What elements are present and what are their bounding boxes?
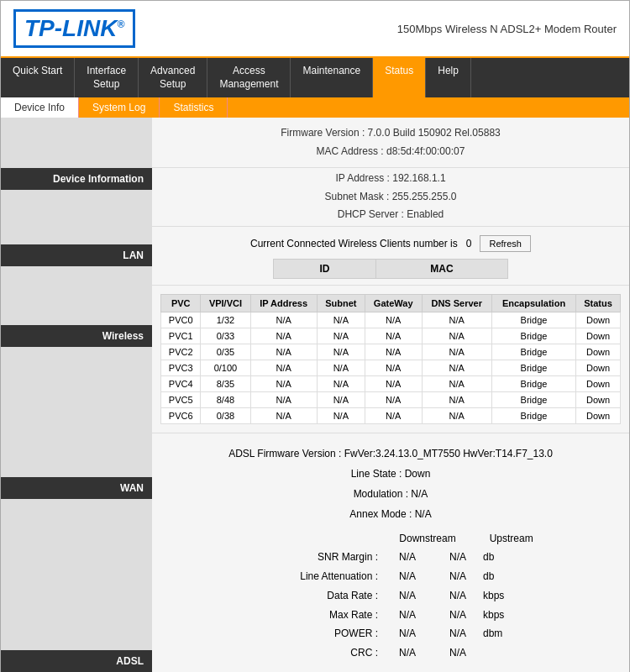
- lan-ip-row: IP Address : 192.168.1.1: [169, 170, 612, 188]
- main-nav: Quick Start InterfaceSetup AdvancedSetup…: [1, 58, 629, 97]
- adsl-annex-row: Annex Mode : N/A: [169, 504, 612, 524]
- sidebar-wireless-label: Wireless: [1, 325, 152, 347]
- wan-cell: Down: [576, 376, 621, 392]
- wan-cell: N/A: [250, 360, 317, 376]
- wan-cell: Bridge: [491, 360, 575, 376]
- sidebar-lan-label: LAN: [1, 244, 152, 266]
- wan-cell: PVC3: [161, 360, 201, 376]
- sidebar-device-info-label: Device Information: [1, 168, 152, 190]
- logo-text: TP-LINK: [24, 15, 117, 41]
- wan-col-dns: DNS Server: [422, 295, 491, 312]
- lan-ip-value: 192.168.1.1: [392, 172, 445, 184]
- wan-cell: Bridge: [491, 344, 575, 360]
- mac-label: MAC Address :: [317, 145, 384, 157]
- header: TP-LINK® 150Mbps Wireless N ADSL2+ Modem…: [1, 1, 629, 58]
- wan-cell: N/A: [422, 328, 491, 344]
- adsl-line-value: Down: [405, 468, 431, 480]
- wan-cell: N/A: [250, 344, 317, 360]
- wan-cell: Down: [576, 360, 621, 376]
- refresh-button[interactable]: Refresh: [480, 235, 531, 252]
- wan-table-row: PVC20/35N/AN/AN/AN/ABridgeDown: [161, 344, 621, 360]
- sidebar-wan-label: WAN: [1, 477, 152, 499]
- mac-row: MAC Address : d8:5d:4f:00:00:07: [169, 143, 612, 161]
- content-area: Device Information LAN Wireless WAN ADSL…: [1, 118, 629, 672]
- wan-cell: 8/35: [201, 376, 250, 392]
- stat-downstream: N/A: [382, 586, 433, 606]
- wan-cell: N/A: [365, 376, 422, 392]
- wan-col-status: Status: [576, 295, 621, 312]
- wan-cell: N/A: [422, 360, 491, 376]
- wan-cell: N/A: [422, 344, 491, 360]
- nav-item-help[interactable]: Help: [426, 58, 471, 97]
- stat-upstream: N/A: [433, 643, 483, 663]
- adsl-mod-value: N/A: [411, 488, 428, 500]
- model-name: 150Mbps Wireless N ADSL2+ Modem Router: [397, 23, 617, 35]
- lan-dhcp-label: DHCP Server :: [338, 208, 404, 220]
- wireless-col-id: ID: [274, 260, 376, 279]
- stat-downstream: N/A: [382, 567, 433, 586]
- wireless-clients-text: Current Connected Wireless Clients numbe…: [250, 238, 458, 249]
- stat-label: SNR Margin :: [265, 548, 382, 567]
- wan-table: PVC VPI/VCI IP Address Subnet GateWay DN…: [160, 294, 621, 424]
- wan-cell: N/A: [317, 408, 365, 424]
- trademark: ®: [117, 18, 124, 30]
- nav-item-advanced-setup[interactable]: AdvancedSetup: [139, 58, 207, 97]
- nav-item-quick-start[interactable]: Quick Start: [1, 58, 75, 97]
- wan-cell: N/A: [365, 408, 422, 424]
- wireless-col-mac: MAC: [375, 260, 507, 279]
- subnav-system-log[interactable]: System Log: [79, 97, 160, 118]
- wan-cell: Down: [576, 328, 621, 344]
- wan-cell: 0/35: [201, 344, 250, 360]
- wan-cell: PVC5: [161, 392, 201, 408]
- stat-unit: dbm: [483, 624, 517, 643]
- stat-upstream: N/A: [433, 606, 483, 625]
- wan-cell: N/A: [422, 392, 491, 408]
- sidebar: Device Information LAN Wireless WAN ADSL: [1, 118, 152, 672]
- subnav-statistics[interactable]: Statistics: [160, 97, 228, 118]
- adsl-mod-label: Modulation :: [354, 488, 408, 500]
- stat-label: POWER :: [265, 624, 382, 643]
- adsl-stat-row: Data Rate : N/A N/A kbps: [169, 586, 612, 606]
- adsl-section: ADSL Firmware Version : FwVer:3.24.13.0_…: [152, 433, 629, 672]
- subnav-device-info[interactable]: Device Info: [1, 97, 79, 118]
- wan-cell: Bridge: [491, 328, 575, 344]
- wan-cell: Bridge: [491, 408, 575, 424]
- adsl-firmware-label: ADSL Firmware Version :: [228, 448, 341, 459]
- device-info-section: Firmware Version : 7.0.0 Build 150902 Re…: [152, 118, 629, 168]
- adsl-stats-header: Downstream Upstream: [253, 533, 612, 544]
- wan-cell: N/A: [250, 328, 317, 344]
- wan-cell: Down: [576, 392, 621, 408]
- wan-cell: 0/33: [201, 328, 250, 344]
- wan-cell: N/A: [365, 328, 422, 344]
- downstream-header: Downstream: [399, 533, 455, 544]
- wan-cell: 1/32: [201, 312, 250, 328]
- wan-section: PVC VPI/VCI IP Address Subnet GateWay DN…: [152, 286, 629, 433]
- stat-unit: db: [483, 548, 517, 567]
- lan-subnet-row: Subnet Mask : 255.255.255.0: [169, 188, 612, 207]
- wan-table-row: PVC01/32N/AN/AN/AN/ABridgeDown: [161, 312, 621, 328]
- lan-dhcp-row: DHCP Server : Enabled: [169, 206, 612, 224]
- adsl-stats-rows: SNR Margin : N/A N/A db Line Attenuation…: [169, 548, 612, 663]
- adsl-info: ADSL Firmware Version : FwVer:3.24.13.0_…: [169, 444, 612, 524]
- nav-item-access-management[interactable]: AccessManagement: [207, 58, 291, 97]
- stat-upstream: N/A: [433, 586, 483, 606]
- adsl-stat-row: Line Attenuation : N/A N/A db: [169, 567, 612, 586]
- nav-item-interface-setup[interactable]: InterfaceSetup: [75, 58, 139, 97]
- wan-col-vpivci: VPI/VCI: [201, 295, 250, 312]
- stat-downstream: N/A: [382, 643, 433, 663]
- wan-cell: PVC1: [161, 328, 201, 344]
- wireless-clients-table: ID MAC: [273, 259, 508, 279]
- stat-downstream: N/A: [382, 624, 433, 643]
- wan-cell: N/A: [317, 376, 365, 392]
- stat-label: Line Attenuation :: [265, 567, 382, 586]
- wan-cell: N/A: [422, 376, 491, 392]
- adsl-modulation-row: Modulation : N/A: [169, 484, 612, 504]
- stat-downstream: N/A: [382, 606, 433, 625]
- router-ui: TP-LINK® 150Mbps Wireless N ADSL2+ Modem…: [0, 0, 630, 672]
- wan-cell: Bridge: [491, 376, 575, 392]
- wan-cell: N/A: [365, 360, 422, 376]
- lan-subnet-value: 255.255.255.0: [392, 191, 457, 202]
- sub-nav: Device Info System Log Statistics: [1, 97, 629, 118]
- nav-item-maintenance[interactable]: Maintenance: [291, 58, 373, 97]
- nav-item-status[interactable]: Status: [373, 58, 426, 97]
